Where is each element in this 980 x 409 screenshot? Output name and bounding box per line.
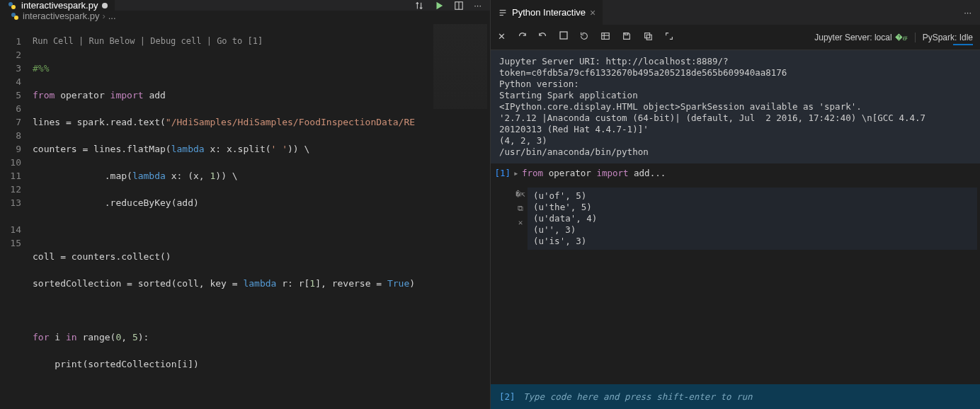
codelens-run-below[interactable]: Run Below — [89, 36, 135, 46]
link-icon: �ச — [895, 33, 908, 42]
cell-index: [1] — [494, 168, 513, 179]
line-gutter: 1 2 3 4 5 6 7 8 9 10 11 12 13 14 15 — [0, 21, 33, 409]
undo-icon[interactable] — [538, 31, 548, 43]
interactive-tab-bar: Python Interactive × ··· — [491, 0, 980, 25]
delete-icon[interactable]: ✕ — [518, 217, 523, 229]
python-file-icon — [7, 1, 17, 11]
dirty-indicator-icon — [102, 3, 108, 8]
code-content[interactable]: Run Cell | Run Below | Debug cell | Go t… — [33, 21, 490, 409]
codelens-run-cell[interactable]: Run Cell — [33, 36, 74, 46]
svg-rect-9 — [560, 32, 567, 39]
tab-filename: interactivespark.py — [21, 0, 98, 11]
close-icon[interactable]: × — [590, 7, 596, 18]
goto-code-icon[interactable]: �⇱ — [515, 189, 525, 200]
breadcrumb[interactable]: interactivespark.py › ... — [0, 11, 490, 21]
pyspark-status[interactable]: PySpark: Idle — [915, 33, 973, 42]
more-actions-icon[interactable]: ··· — [474, 0, 482, 11]
interactive-tab-title: Python Interactive — [512, 7, 586, 18]
svg-rect-13 — [625, 33, 627, 35]
editor-tab-actions: ··· — [406, 0, 490, 11]
interactive-toolbar: ✕ Jupyter Server: local �ச PySpark: Idle — [491, 25, 980, 50]
input-index: [2] — [499, 391, 523, 402]
run-icon[interactable] — [434, 1, 444, 11]
cell-output-gutter: �⇱ ⧉ ✕ — [513, 188, 528, 229]
save-icon[interactable] — [622, 31, 632, 43]
codelens-debug-cell[interactable]: Debug cell — [150, 36, 201, 46]
codelens-goto[interactable]: Go to [1] — [217, 36, 263, 46]
interactive-tab[interactable]: Python Interactive × — [491, 0, 603, 25]
breadcrumb-rest: ... — [108, 11, 116, 21]
interactive-input[interactable]: [2] Type code here and press shift-enter… — [491, 384, 980, 409]
expand-cell-icon[interactable]: ▸ — [513, 168, 522, 179]
svg-point-1 — [11, 5, 16, 9]
codelens-row: Run Cell | Run Below | Debug cell | Go t… — [33, 35, 490, 48]
export-icon[interactable] — [643, 31, 653, 43]
redo-icon[interactable] — [517, 31, 527, 43]
stop-icon[interactable] — [559, 31, 568, 43]
cell-input-row: [1] ▸ from operator import add... — [491, 163, 980, 183]
cell-output-row: �⇱ ⧉ ✕ (u'of', 5) (u'the', 5) (u'data', … — [491, 183, 980, 254]
svg-rect-14 — [645, 33, 650, 38]
expand-icon[interactable] — [664, 31, 674, 43]
interactive-tab-actions: ··· — [955, 0, 980, 25]
cell-output: (u'of', 5) (u'the', 5) (u'data', 4) (u''… — [528, 188, 977, 250]
breadcrumb-file: interactivespark.py — [23, 11, 99, 21]
cancel-icon[interactable]: ✕ — [498, 31, 506, 43]
split-editor-icon[interactable] — [454, 1, 464, 11]
minimap[interactable] — [431, 21, 490, 409]
startup-output: Jupyter Server URI: http://localhost:888… — [491, 50, 980, 163]
svg-rect-10 — [602, 33, 610, 40]
restart-icon[interactable] — [579, 31, 589, 43]
chevron-right-icon: › — [102, 11, 105, 21]
svg-point-5 — [14, 16, 18, 20]
jupyter-server-status[interactable]: Jupyter Server: local �ச — [814, 33, 907, 42]
copy-icon[interactable]: ⧉ — [518, 203, 523, 214]
svg-rect-15 — [646, 35, 651, 40]
python-file-icon — [10, 11, 20, 21]
variables-icon[interactable] — [600, 31, 610, 43]
interactive-icon — [498, 8, 508, 18]
cell-code[interactable]: from operator import add... — [522, 168, 977, 179]
code-editor[interactable]: 1 2 3 4 5 6 7 8 9 10 11 12 13 14 15 Run … — [0, 21, 490, 409]
editor-tab[interactable]: interactivespark.py — [0, 0, 115, 11]
more-actions-icon[interactable]: ··· — [964, 7, 972, 18]
interactive-body: Jupyter Server URI: http://localhost:888… — [491, 50, 980, 409]
input-placeholder: Type code here and press shift-enter to … — [523, 391, 753, 402]
compare-changes-icon[interactable] — [414, 1, 424, 11]
editor-tab-bar: interactivespark.py ··· — [0, 0, 490, 11]
